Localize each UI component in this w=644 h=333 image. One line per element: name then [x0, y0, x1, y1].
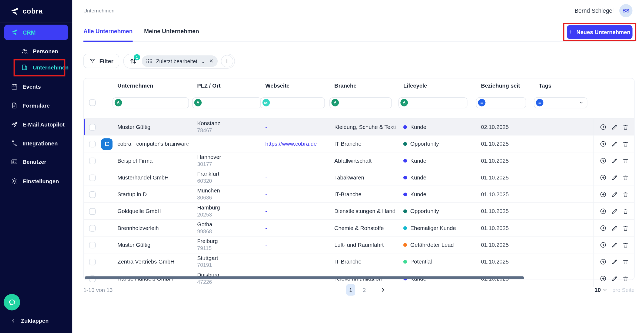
avatar[interactable]: BS	[619, 4, 633, 17]
sort-chip[interactable]: Zuletzt bearbeitet ✕	[142, 55, 217, 67]
open-record-button[interactable]	[599, 191, 606, 198]
company-name: Muster Gültig	[117, 124, 197, 130]
website-dash: -	[265, 191, 267, 198]
edit-record-button[interactable]	[611, 208, 618, 214]
row-checkbox[interactable]	[89, 141, 96, 147]
page-size-select[interactable]: 10	[595, 287, 608, 293]
company-name: Beispiel Firma	[117, 158, 197, 164]
row-checkbox[interactable]	[89, 158, 96, 164]
filter-button[interactable]: Filter	[83, 54, 119, 68]
main-content: Alle Unternehmen Meine Unternehmen + Neu…	[72, 21, 644, 333]
open-record-button[interactable]	[599, 208, 606, 215]
chat-button[interactable]	[4, 294, 20, 311]
row-checkbox[interactable]	[89, 174, 96, 181]
sidebar-item-personen[interactable]: Personen	[21, 45, 58, 58]
table-row[interactable]: C cobra - computer's brainware https://w…	[84, 135, 634, 152]
delete-record-button[interactable]	[622, 124, 629, 130]
open-record-button[interactable]	[599, 258, 606, 265]
row-checkbox[interactable]	[89, 225, 96, 231]
tab-meine-unternehmen[interactable]: Meine Unternehmen	[144, 21, 199, 42]
edit-record-button[interactable]	[611, 258, 618, 265]
table-row[interactable]: Brennholzverleih Gotha 99868 - Chemie & …	[84, 219, 634, 236]
delete-record-button[interactable]	[622, 258, 629, 265]
edit-record-button[interactable]	[611, 124, 618, 130]
filter-input-branche[interactable]: A	[329, 97, 392, 108]
filter-input-lifecycle[interactable]: A	[399, 97, 467, 108]
pattern-filter-icon: (A)	[263, 99, 270, 106]
filter-input-webseite[interactable]: (A)	[260, 97, 325, 108]
table-row[interactable]: Musterhandel GmbH Frankfurt 60320 - Taba…	[84, 169, 634, 185]
open-record-button[interactable]	[599, 157, 606, 164]
website-dash: -	[265, 208, 267, 214]
sidebar-item-integrationen[interactable]: Integrationen	[11, 137, 58, 149]
add-sort-button[interactable]: +	[221, 55, 233, 68]
table-row[interactable]: Zentra Vertriebs GmbH Stuttgart 70191 - …	[84, 253, 634, 270]
collapse-sidebar-button[interactable]: Zuklappen	[11, 317, 49, 324]
table-row[interactable]: Muster Gültig Freiburg 79115 - Luft- und…	[84, 236, 634, 253]
filter-input-unternehmen[interactable]: A	[112, 97, 189, 108]
page-size-control: 10 pro Seite	[595, 287, 635, 293]
horizontal-scrollbar[interactable]	[85, 276, 524, 279]
open-record-button[interactable]	[599, 225, 606, 232]
delete-record-button[interactable]	[622, 225, 629, 231]
delete-record-button[interactable]	[622, 242, 629, 248]
edit-record-button[interactable]	[611, 191, 618, 198]
building-icon	[21, 64, 28, 71]
filter-select-tags[interactable]: =	[534, 97, 587, 108]
sidebar-item-unternehmen[interactable]: Unternehmen	[21, 61, 68, 74]
select-all-checkbox[interactable]	[89, 99, 96, 106]
filter-input-beziehung-seit[interactable]: =	[476, 97, 526, 108]
people-icon	[21, 48, 28, 55]
table-row[interactable]: Beispiel Firma Hannover 30177 - Abfallwi…	[84, 152, 634, 169]
edit-record-button[interactable]	[611, 174, 618, 181]
tab-alle-unternehmen[interactable]: Alle Unternehmen	[83, 21, 132, 42]
sidebar-item-label: Einstellungen	[23, 178, 59, 184]
edit-record-button[interactable]	[611, 275, 618, 282]
lifecycle-dot	[403, 260, 407, 264]
remove-sort-button[interactable]: ✕	[209, 58, 213, 64]
row-checkbox[interactable]	[89, 258, 96, 265]
lifecycle-dot	[403, 125, 407, 129]
edit-record-button[interactable]	[611, 225, 618, 231]
filter-input-plz-ort[interactable]: A	[192, 97, 261, 108]
website-link[interactable]: https://www.cobra.de	[265, 141, 317, 147]
table-row[interactable]: Goldquelle GmbH Hamburg 20253 - Dienstle…	[84, 202, 634, 219]
lifecycle-dot	[403, 192, 407, 196]
sort-arrows-icon[interactable]: 1	[128, 56, 138, 66]
row-checkbox[interactable]	[89, 208, 96, 214]
sidebar-item-email-autopilot[interactable]: E-Mail Autopilot	[11, 118, 64, 131]
open-record-button[interactable]	[599, 174, 606, 181]
delete-record-button[interactable]	[622, 208, 629, 214]
open-record-button[interactable]	[599, 241, 606, 248]
open-record-button[interactable]	[599, 275, 606, 282]
sidebar-item-einstellungen[interactable]: Einstellungen	[11, 175, 59, 187]
company-name: Goldquelle GmbH	[117, 208, 197, 214]
new-company-button[interactable]: + Neues Unternehmen	[567, 25, 632, 39]
website-dash: -	[265, 225, 267, 231]
table-row[interactable]: Startup in D München 80636 - IT-Branche …	[84, 186, 634, 202]
delete-record-button[interactable]	[622, 275, 629, 282]
next-page-button[interactable]	[380, 287, 386, 293]
sidebar-item-crm[interactable]: CRM	[4, 25, 68, 40]
row-checkbox[interactable]	[89, 242, 96, 248]
row-checkbox[interactable]	[89, 124, 96, 130]
sidebar-item-events[interactable]: Events	[11, 81, 41, 93]
table-row[interactable]: Muster Gültig Konstanz 78467 - Kleidung,…	[84, 118, 634, 135]
open-record-button[interactable]	[599, 124, 606, 131]
delete-record-button[interactable]	[622, 191, 629, 198]
branche-cell: Abfallwirtschaft	[334, 158, 403, 164]
edit-record-button[interactable]	[611, 141, 618, 147]
delete-record-button[interactable]	[622, 174, 629, 181]
edit-record-button[interactable]	[611, 242, 618, 248]
delete-record-button[interactable]	[622, 158, 629, 164]
sort-direction-icon[interactable]	[201, 58, 206, 64]
row-checkbox[interactable]	[89, 191, 96, 198]
page-button-1[interactable]: 1	[346, 284, 355, 296]
page-button-2[interactable]: 2	[360, 284, 369, 296]
relationship-date: 01.10.2025	[481, 259, 539, 265]
open-record-button[interactable]	[599, 141, 606, 148]
edit-record-button[interactable]	[611, 158, 618, 164]
sidebar-item-formulare[interactable]: Formulare	[11, 99, 49, 112]
delete-record-button[interactable]	[622, 141, 629, 147]
sidebar-item-benutzer[interactable]: Benutzer	[11, 156, 46, 168]
